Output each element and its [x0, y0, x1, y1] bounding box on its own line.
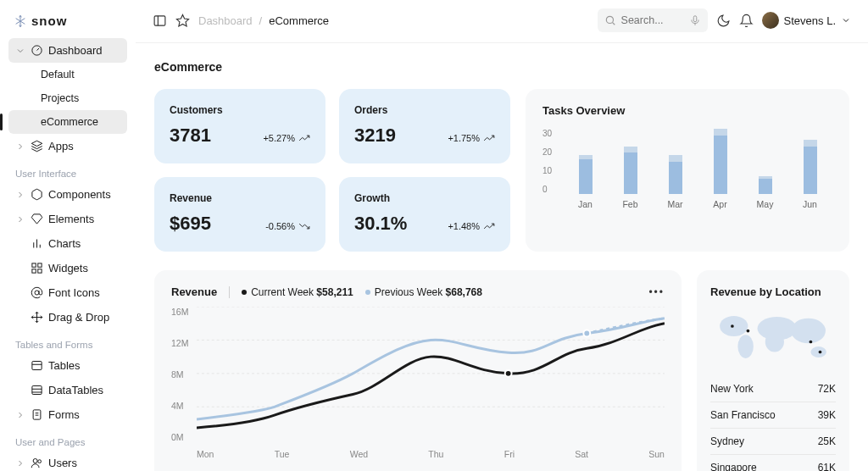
star-icon[interactable]	[175, 14, 190, 28]
nav-label: Default	[41, 69, 75, 80]
svg-rect-6	[38, 263, 42, 267]
kpi-change: -0.56%	[265, 221, 295, 231]
svg-line-27	[612, 23, 615, 25]
sidebar-toggle-icon[interactable]	[153, 14, 167, 28]
chevron-right-icon	[15, 458, 25, 468]
kpi-label: Revenue	[170, 192, 310, 204]
nav-elements[interactable]: Elements	[8, 207, 127, 231]
svg-rect-17	[33, 410, 41, 419]
kpi-change: +1.48%	[448, 221, 480, 231]
chevron-right-icon	[15, 410, 25, 420]
nav-label: Components	[48, 188, 111, 201]
nav-section-tables: Tables and Forms	[8, 333, 127, 353]
nav-label: Charts	[48, 237, 81, 250]
page-title: eCommerce	[154, 60, 849, 74]
kpi-revenue: Revenue $695 -0.56%	[154, 177, 326, 252]
nav-label: Font Icons	[48, 286, 100, 299]
nav-section-ui: User Interface	[8, 162, 127, 182]
kpi-value: 3781	[170, 125, 211, 147]
nav-apps[interactable]: Apps	[8, 134, 127, 158]
users-icon	[31, 457, 43, 469]
user-menu[interactable]: Stevens L.	[762, 12, 851, 29]
clipboard-icon	[31, 408, 43, 421]
user-name: Stevens L.	[784, 14, 836, 27]
svg-point-37	[737, 335, 754, 358]
kpi-growth: Growth 30.1% +1.48%	[339, 177, 510, 252]
tasks-bar: Jun	[787, 140, 832, 209]
table-icon	[31, 359, 43, 372]
search-wrap	[598, 8, 708, 32]
brand-name: snow	[31, 14, 67, 28]
chevron-right-icon	[15, 141, 25, 152]
moon-icon[interactable]	[716, 14, 731, 28]
topbar: Dashboard / eCommerce Stevens L.	[136, 0, 868, 43]
nav-charts[interactable]: Charts	[8, 231, 127, 256]
search-icon	[604, 14, 616, 26]
logo[interactable]: snow	[8, 10, 127, 38]
nav-label: Tables	[48, 359, 81, 372]
legend-previous: Previous Week $68,768	[365, 286, 482, 298]
bar-chart-icon	[31, 237, 43, 250]
nav-dragdrop[interactable]: Drag & Drop	[8, 305, 127, 330]
nav-widgets[interactable]: Widgets	[8, 256, 127, 280]
chevron-down-icon	[15, 46, 25, 56]
chevron-down-icon	[841, 15, 851, 25]
svg-rect-5	[32, 263, 36, 267]
kpi-customers: Customers 3781 +5.27%	[154, 89, 326, 163]
avatar	[762, 12, 779, 29]
svg-marker-1	[31, 141, 42, 146]
gauge-icon	[31, 44, 43, 57]
nav-tables[interactable]: Tables	[8, 353, 127, 378]
mic-icon[interactable]	[689, 14, 701, 26]
tasks-title: Tasks Overview	[542, 104, 832, 117]
breadcrumb-parent[interactable]: Dashboard	[198, 14, 253, 27]
chevron-right-icon	[15, 190, 25, 200]
svg-point-39	[765, 331, 784, 352]
nav-components[interactable]: Components	[8, 182, 127, 207]
nav-label: eCommerce	[41, 116, 98, 128]
nav-default[interactable]: Default	[8, 63, 127, 86]
nav-ecommerce[interactable]: eCommerce	[8, 110, 127, 134]
nav-label: Users	[48, 457, 77, 469]
tasks-bar: Mar	[653, 155, 698, 209]
move-icon	[31, 311, 43, 324]
svg-rect-28	[693, 16, 697, 22]
nav-projects[interactable]: Projects	[8, 86, 127, 110]
locations-title: Revenue by Location	[710, 285, 836, 298]
svg-point-43	[747, 330, 750, 333]
kpi-value: $695	[170, 213, 211, 235]
list-icon	[31, 384, 43, 396]
location-row: New York72K	[710, 376, 836, 402]
kpi-label: Growth	[354, 192, 495, 204]
svg-rect-7	[32, 269, 36, 273]
nav-datatables[interactable]: DataTables	[8, 378, 127, 402]
nav-users[interactable]: Users	[8, 451, 127, 471]
nav-dashboard[interactable]: Dashboard	[8, 38, 127, 63]
tasks-bar: Jan	[563, 155, 608, 209]
location-row: San Francisco39K	[710, 402, 836, 429]
locations-card: Revenue by Location	[697, 270, 849, 471]
legend-current: Current Week $58,211	[242, 286, 353, 298]
world-map	[710, 307, 836, 366]
nav-label: Apps	[48, 140, 74, 152]
svg-point-40	[791, 319, 826, 344]
svg-point-9	[35, 291, 39, 295]
breadcrumb-current: eCommerce	[269, 14, 329, 27]
svg-point-45	[819, 351, 822, 354]
diamond-icon	[31, 213, 43, 225]
more-button[interactable]: •••	[648, 286, 665, 298]
tasks-bar: May	[743, 176, 787, 209]
kpi-value: 3219	[354, 125, 396, 147]
chevron-right-icon	[15, 214, 25, 224]
svg-point-42	[731, 324, 734, 328]
nav-forms[interactable]: Forms	[8, 402, 127, 427]
nav-fonticons[interactable]: Font Icons	[8, 280, 127, 305]
kpi-label: Orders	[354, 104, 495, 116]
nav-label: Projects	[41, 92, 79, 104]
tasks-overview-card: Tasks Overview 3020100 JanFebMarAprMayJu…	[526, 89, 849, 252]
nav-label: Forms	[48, 408, 80, 421]
breadcrumb: Dashboard / eCommerce	[198, 14, 329, 27]
tasks-bar: Apr	[698, 129, 743, 209]
location-row: Sydney25K	[710, 429, 836, 455]
bell-icon[interactable]	[739, 14, 754, 28]
